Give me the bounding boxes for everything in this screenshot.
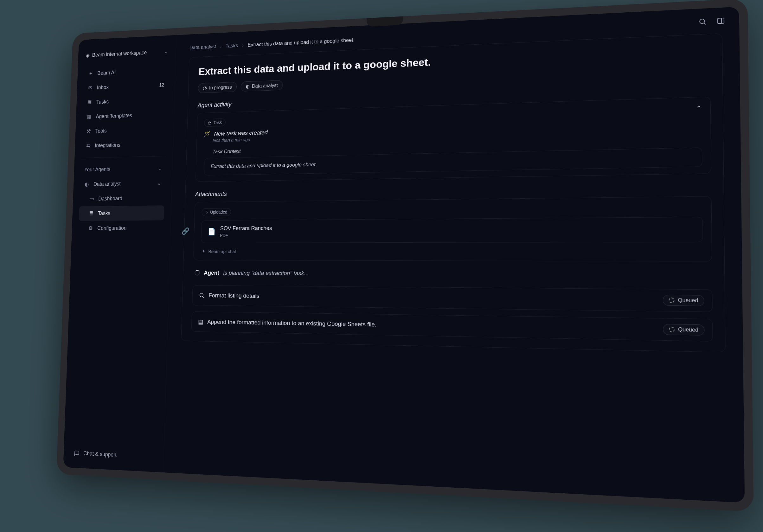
top-bar-icons [698, 17, 725, 26]
nav-label: Inbox [97, 84, 109, 91]
nav-label: Tasks [96, 99, 109, 105]
nav-label: Configuration [97, 225, 127, 231]
badge-label: Uploaded [210, 209, 228, 215]
chevron-down-icon: ⌄ [164, 49, 168, 54]
breadcrumb-agent[interactable]: Data analyst [189, 44, 216, 51]
nav-integrations[interactable]: ⇆ Integrations [81, 137, 166, 154]
tools-icon: ⚒ [85, 128, 92, 135]
agent-icon: ◐ [84, 181, 90, 187]
planning-text: is planning "data extraction" task... [223, 269, 309, 277]
breadcrumb-tasks[interactable]: Tasks [226, 43, 238, 50]
activity-badge: ◔ Task [204, 119, 226, 127]
svg-line-5 [203, 297, 204, 298]
badge-label: Task [214, 120, 222, 125]
nav-label: Beam AI [97, 69, 116, 76]
step-format-listing[interactable]: Format listing details Queued [192, 285, 712, 312]
clock-icon: ◔ [208, 120, 211, 125]
list-icon: ≣ [86, 99, 92, 106]
chat-support-label: Chat & support [83, 450, 117, 458]
status-label: In progress [209, 84, 232, 91]
nav-label: Tasks [98, 210, 110, 216]
svg-point-4 [200, 293, 203, 297]
agent-configuration[interactable]: ⚙ Configuration [78, 220, 164, 235]
svg-rect-2 [718, 18, 724, 24]
step-text: Append the formatted information to an e… [207, 318, 377, 328]
chevron-down-icon: ⌄ [157, 180, 161, 186]
chat-support[interactable]: Chat & support [70, 446, 157, 465]
task-panel: Extract this data and upload it to a goo… [181, 33, 725, 353]
breadcrumb-current: Extract this data and upload it to a goo… [248, 37, 355, 48]
workspace-name: Beam internal workspace [92, 50, 147, 58]
file-icon: 📄 [208, 228, 215, 236]
chat-icon [74, 450, 79, 456]
activity-card: ◔ Task ⌃ 🪄 New task was created less tha… [195, 97, 711, 182]
attachment-block: 🔗 ○ Uploaded 📄 SOV Ferrara Ranches PDF [193, 196, 712, 262]
queued-icon [669, 297, 675, 303]
workspace-selector[interactable]: ◈ Beam internal workspace ⌄ [84, 46, 169, 64]
sparkle-icon: ✦ [88, 70, 94, 77]
search-icon[interactable] [698, 17, 707, 26]
tablet-frame: ◈ Beam internal workspace ⌄ ✦ Beam AI ✉ … [56, 0, 754, 512]
agent-tasks[interactable]: ≣ Tasks [78, 205, 164, 221]
agents-group[interactable]: Your Agents ⌄ [80, 161, 166, 177]
agent-data-analyst[interactable]: ◐ Data analyst ⌄ [80, 175, 165, 192]
svg-line-1 [704, 23, 706, 25]
agent-word: Agent [204, 269, 219, 276]
agent-planning-step: Agent is planning "data extraction" task… [193, 266, 712, 283]
nav-label: Dashboard [98, 195, 122, 201]
chevron-right-icon: › [220, 44, 222, 50]
agents-heading: Your Agents [84, 166, 111, 173]
nav-label: Agent Templates [96, 112, 132, 119]
main-content: Data analyst › Tasks › Extract this data… [164, 7, 745, 503]
nav-agent-templates[interactable]: ▦ Agent Templates [82, 107, 167, 124]
queued-icon [669, 327, 675, 332]
svg-point-0 [700, 19, 705, 24]
attachment-file[interactable]: 📄 SOV Ferrara Ranches PDF [201, 217, 703, 243]
nav-label: Tools [95, 128, 107, 134]
queued-label: Queued [678, 327, 698, 333]
attachment-badge: ○ Uploaded [201, 208, 231, 216]
step-append-sheets[interactable]: ▤ Append the formatted information to an… [191, 311, 713, 342]
dashboard-icon: ▭ [88, 195, 94, 202]
search-icon [199, 292, 205, 298]
sidebar: ◈ Beam internal workspace ⌄ ✦ Beam AI ✉ … [63, 35, 176, 473]
sheets-icon: ▤ [198, 318, 203, 325]
chevron-down-icon: ⌄ [158, 165, 162, 171]
panel-toggle-icon[interactable] [716, 17, 725, 25]
task-created-icon: 🪄 [204, 131, 210, 138]
file-type: PDF [220, 233, 272, 238]
settings-icon: ⚙ [87, 225, 94, 232]
status-badge: Queued [663, 295, 705, 306]
workspace-icon: ◈ [85, 52, 89, 58]
agent-icon: ◐ [246, 83, 250, 89]
grid-icon: ▦ [86, 113, 92, 120]
chevron-right-icon: › [242, 43, 244, 49]
agent-label: Data analyst [252, 82, 278, 89]
agent-pill: ◐ Data analyst [241, 80, 283, 92]
agent-label: Data analyst [93, 181, 121, 187]
status-pill: ◔ In progress [198, 82, 237, 93]
api-chat-label: Beam api chat [208, 249, 236, 254]
api-chat-line: ✦ Beam api chat [202, 249, 703, 255]
divider [81, 156, 166, 158]
activity-title: New task was created [214, 129, 268, 137]
queued-label: Queued [678, 297, 698, 303]
spinner-icon [194, 270, 200, 275]
integrations-icon: ⇆ [85, 143, 91, 149]
file-name: SOV Ferrara Ranches [220, 225, 272, 232]
nav-primary: ✦ Beam AI ✉ Inbox 12 ≣ Tasks ▦ Agent Tem… [81, 63, 168, 153]
inbox-icon: ✉ [87, 85, 93, 91]
nav-tools[interactable]: ⚒ Tools [82, 122, 167, 139]
nav-label: Integrations [95, 142, 120, 149]
collapse-button[interactable]: ⌃ [696, 104, 702, 113]
check-icon: ○ [205, 210, 208, 215]
step-text: Format listing details [208, 292, 259, 299]
attachments-heading: Attachments [195, 184, 712, 198]
inbox-count: 12 [159, 82, 164, 88]
clock-icon: ◔ [203, 85, 207, 91]
app-screen: ◈ Beam internal workspace ⌄ ✦ Beam AI ✉ … [63, 7, 745, 503]
link-icon: 🔗 [181, 227, 189, 235]
agent-dashboard[interactable]: ▭ Dashboard [79, 190, 165, 206]
list-icon: ≣ [88, 210, 94, 217]
sparkle-icon: ✦ [202, 249, 206, 254]
